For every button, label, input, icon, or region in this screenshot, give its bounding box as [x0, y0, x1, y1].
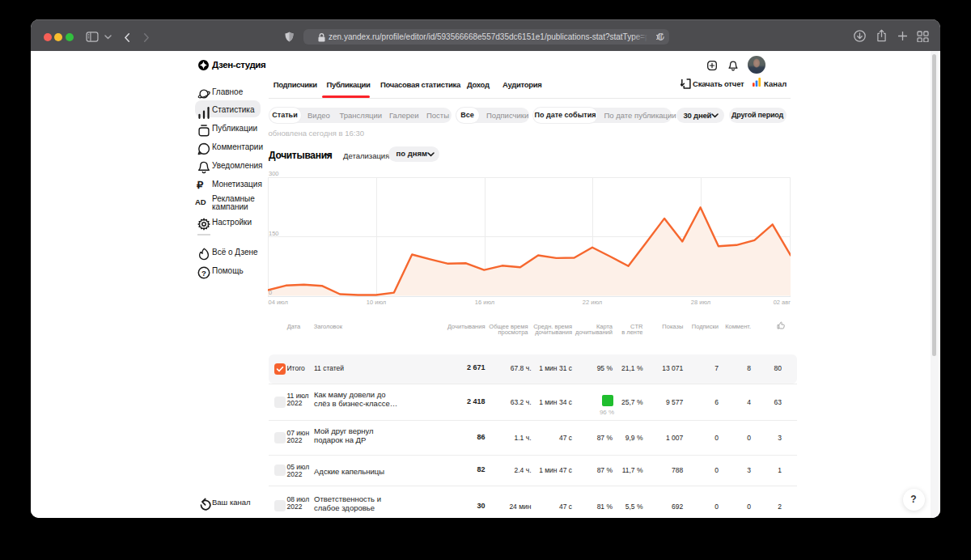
- svg-text:?: ?: [201, 268, 206, 277]
